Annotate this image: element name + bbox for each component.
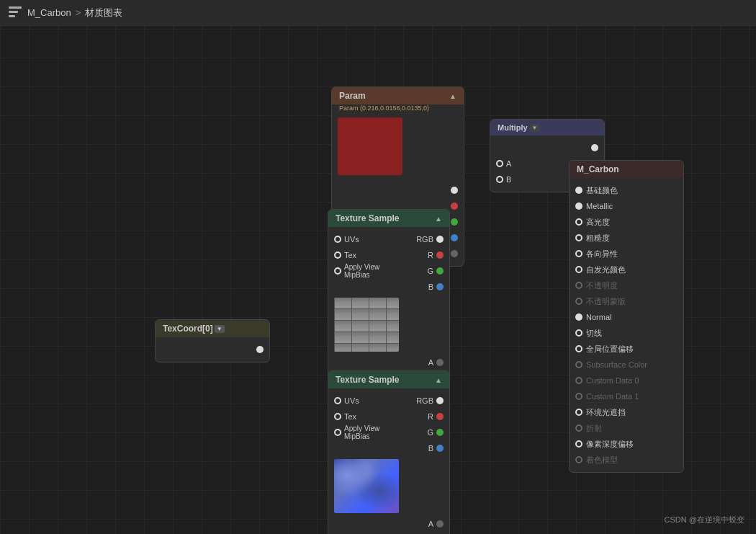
mcarbon-subsurface-label: Subsurface Color xyxy=(586,360,647,369)
texture1-rgb-out xyxy=(436,236,444,243)
texture1-mip-label: Apply View MipBias xyxy=(344,263,387,279)
texture2-a-label: A xyxy=(385,520,433,528)
param-node-header: Param ▲ xyxy=(332,87,464,104)
mcarbon-normal-dot xyxy=(575,313,582,321)
texture1-collapse-icon[interactable]: ▲ xyxy=(435,215,442,223)
multiply-node-header: Multiply ▼ xyxy=(490,120,604,135)
mcarbon-refraction-label: 折射 xyxy=(586,423,602,434)
multiply-output xyxy=(490,140,604,156)
mcarbon-metallic-label: Metallic xyxy=(586,202,613,210)
texture2-tex-in xyxy=(334,413,341,420)
mcarbon-opacity-mask-dot xyxy=(575,298,582,305)
texture2-collapse-icon[interactable]: ▲ xyxy=(435,376,442,384)
texture1-g-out xyxy=(436,267,444,275)
multiply-in-b-dot xyxy=(496,176,503,183)
texture-sample-node-2: Texture Sample ▲ UVs RGB Tex R Apply Vie… xyxy=(328,370,450,534)
texture1-applymip: Apply View MipBias G xyxy=(328,263,449,279)
texture2-uvs-label: UVs xyxy=(344,396,387,405)
mcarbon-pin-emissive: 自发光颜色 xyxy=(570,262,683,277)
texcoord-title: TexCoord[0] xyxy=(163,324,213,334)
texture2-a-row: A xyxy=(328,516,449,532)
mcarbon-wpo-label: 全局位置偏移 xyxy=(586,344,634,355)
texture1-b-out xyxy=(436,283,444,290)
texture-sample-node-1: Texture Sample ▲ UVs RGB Tex R Apply Vie… xyxy=(328,209,450,391)
texcoord-out-dot xyxy=(256,346,264,353)
texture2-r-label: R xyxy=(390,412,433,421)
texcoord-body xyxy=(156,337,269,362)
mcarbon-pin-custom1: Custom Data 1 xyxy=(570,388,683,404)
mcarbon-base-color-label: 基础颜色 xyxy=(586,185,618,196)
texture1-a-out xyxy=(436,359,444,366)
breadcrumb-project: M_Carbon xyxy=(27,7,71,18)
breadcrumb-separator: > xyxy=(76,7,81,18)
mcarbon-pin-wpo: 全局位置偏移 xyxy=(570,341,683,357)
texture1-a-row: A xyxy=(328,355,449,370)
texture1-title: Texture Sample xyxy=(336,213,399,223)
mcarbon-body: 基础颜色 Metallic 高光度 粗糙度 各向异性 自发光颜色 不透明度 不 xyxy=(570,178,683,472)
param-out-red-dot xyxy=(451,203,458,210)
param-out-blue-dot xyxy=(451,234,458,241)
mcarbon-custom0-dot xyxy=(575,377,582,384)
param-collapse-icon[interactable]: ▲ xyxy=(449,92,456,100)
multiply-in-a-dot xyxy=(496,160,503,167)
param-out-gray-dot xyxy=(451,250,458,257)
mcarbon-custom1-label: Custom Data 1 xyxy=(586,392,639,401)
texture1-preview xyxy=(334,298,399,352)
texture2-applymip: Apply View MipBias G xyxy=(328,424,449,440)
texture1-tex-label: Tex xyxy=(344,251,387,259)
texcoord-node: TexCoord[0] ▼ xyxy=(155,319,270,362)
mcarbon-roughness-dot xyxy=(575,234,582,241)
mcarbon-specular-label: 高光度 xyxy=(586,217,610,228)
texture2-a-out xyxy=(436,520,444,528)
param-subtitle: Param (0.216,0.0156,0.0135,0) xyxy=(332,104,464,115)
breadcrumb-section: 材质图表 xyxy=(85,6,122,19)
mcarbon-pin-custom0: Custom Data 0 xyxy=(570,373,683,388)
multiply-dropdown[interactable]: Multiply ▼ xyxy=(498,123,539,132)
texture1-header: Texture Sample ▲ xyxy=(328,210,449,227)
mcarbon-roughness-label: 粗糙度 xyxy=(586,233,610,244)
topbar: M_Carbon > 材质图表 xyxy=(0,0,756,26)
mcarbon-pin-roughness: 粗糙度 xyxy=(570,230,683,246)
mcarbon-opacity-mask-label: 不透明蒙版 xyxy=(586,296,626,307)
mcarbon-pin-metallic: Metallic xyxy=(570,198,683,214)
texture2-b-out xyxy=(436,445,444,452)
texture1-r-label: R xyxy=(390,251,433,259)
texture1-uvs-in xyxy=(334,236,341,243)
mcarbon-base-color-dot xyxy=(575,187,582,194)
texture2-body: UVs RGB Tex R Apply View MipBias G B A xyxy=(328,388,449,534)
mcarbon-specular-dot xyxy=(575,218,582,226)
mcarbon-shading-label: 着色模型 xyxy=(586,455,618,466)
texcoord-dropdown[interactable]: TexCoord[0] ▼ xyxy=(163,324,225,334)
texture1-b-label: B xyxy=(385,282,433,291)
texture2-b-label: B xyxy=(385,444,433,453)
mcarbon-header: M_Carbon xyxy=(570,161,683,178)
texture1-uvs-label: UVs xyxy=(344,235,387,244)
mcarbon-pin-anisotropy: 各向异性 xyxy=(570,246,683,262)
multiply-title: Multiply xyxy=(498,123,528,132)
texture1-a-label: A xyxy=(385,358,433,367)
texcoord-output xyxy=(156,342,269,357)
texture1-rgb-label: RGB xyxy=(390,235,433,244)
mcarbon-shading-dot xyxy=(575,456,582,463)
texture1-g-label: G xyxy=(390,267,433,275)
mcarbon-pin-base-color: 基础颜色 xyxy=(570,182,683,198)
mcarbon-opacity-label: 不透明度 xyxy=(586,280,618,291)
mcarbon-refraction-dot xyxy=(575,424,582,432)
mcarbon-pdo-label: 像素深度偏移 xyxy=(586,439,634,450)
mcarbon-custom1-dot xyxy=(575,393,582,400)
mcarbon-anisotropy-dot xyxy=(575,250,582,257)
texture2-g-out xyxy=(436,429,444,436)
param-out-white-dot xyxy=(451,187,458,194)
multiply-out-dot xyxy=(591,144,598,151)
mcarbon-ao-dot xyxy=(575,409,582,416)
mcarbon-pin-subsurface: Subsurface Color xyxy=(570,357,683,373)
texture1-b-row: B xyxy=(328,279,449,295)
multiply-dropdown-icon: ▼ xyxy=(530,124,540,132)
texture1-uvs: UVs RGB xyxy=(328,231,449,247)
texcoord-header: TexCoord[0] ▼ xyxy=(156,320,269,337)
mcarbon-metallic-dot xyxy=(575,203,582,210)
texture2-image xyxy=(334,459,399,513)
mcarbon-pin-pdo: 像素深度偏移 xyxy=(570,436,683,452)
texture1-mip-in xyxy=(334,267,341,275)
mcarbon-pin-shading-model: 着色模型 xyxy=(570,452,683,468)
